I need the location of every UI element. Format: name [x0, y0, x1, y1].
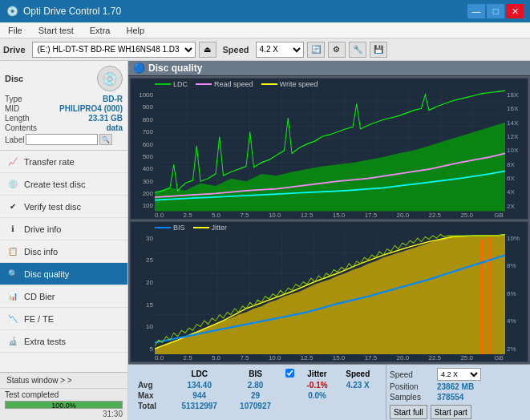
drive-select[interactable]: (E:) HL-DT-ST BD-RE WH16NS48 1.D3 — [32, 42, 196, 58]
avg-jitter: -0.1% — [298, 380, 337, 390]
menu-help[interactable]: Help — [121, 24, 149, 37]
jitter-checkbox[interactable] — [285, 369, 294, 378]
jitter-legend-label: Jitter — [212, 224, 228, 232]
disc-quality-icon: 🔍 — [6, 269, 19, 280]
sidebar-label-drive-info: Drive info — [24, 224, 61, 234]
menu-extra[interactable]: Extra — [85, 24, 115, 37]
chart2-svg — [155, 233, 505, 355]
avg-speed: 4.23 X — [337, 380, 379, 390]
menu-file[interactable]: File — [3, 24, 27, 37]
sidebar-item-cd-bier[interactable]: 📊 CD Bier — [0, 285, 127, 308]
titlebar-title: 💿 Opti Drive Control 1.70 — [6, 6, 121, 17]
readspeed-legend-color — [196, 83, 212, 85]
bis-legend-label: BIS — [173, 224, 185, 232]
status-window-link[interactable]: Status window > > — [0, 372, 127, 388]
config-button2[interactable]: 🔧 — [349, 42, 366, 58]
stats-speed-label: Speed — [390, 370, 434, 379]
sidebar-item-disc-info[interactable]: 📋 Disc info — [0, 240, 127, 263]
chart1-legend: LDC Read speed Write speed — [131, 79, 528, 90]
disc-info-rows: Type BD-R MID PHILIPRO4 (000) Length 23.… — [5, 95, 123, 145]
disc-label-btn[interactable]: 🔍 — [99, 134, 112, 145]
chart2-y-right: 10% 8% 6% 4% 2% — [505, 233, 528, 355]
transfer-rate-icon: 📈 — [6, 156, 19, 168]
speed-select[interactable]: 4.2 X — [256, 42, 304, 58]
content-area: 🔵 Disc quality LDC Read speed — [128, 61, 530, 420]
total-label: Total — [135, 401, 170, 411]
sidebar-item-fe-te[interactable]: 📉 FE / TE — [0, 308, 127, 330]
legend-jitter: Jitter — [193, 224, 228, 232]
maximize-button[interactable]: □ — [487, 4, 504, 18]
disc-label-label: Label — [5, 135, 24, 144]
writespeed-legend-label: Write speed — [280, 80, 318, 88]
disc-row-mid: MID PHILIPRO4 (000) — [5, 104, 123, 113]
chart2-plot — [155, 233, 505, 355]
sidebar-item-drive-info[interactable]: ℹ Drive info — [0, 218, 127, 240]
writespeed-legend-color — [261, 83, 277, 85]
close-button[interactable]: ✕ — [506, 4, 524, 18]
legend-bis: BIS — [155, 224, 185, 232]
sidebar-item-verify-test-disc[interactable]: ✔ Verify test disc — [0, 196, 127, 218]
disc-type-value: BD-R — [103, 95, 123, 103]
chart2: BIS Jitter 30 25 20 15 10 — [130, 221, 528, 363]
drive-label: Drive — [3, 45, 26, 55]
disc-row-contents: Contents data — [5, 123, 123, 132]
disc-row-length: Length 23.31 GB — [5, 114, 123, 123]
sidebar-item-create-test-disc[interactable]: 💿 Create test disc — [0, 173, 127, 196]
refresh-button[interactable]: 🔄 — [307, 42, 325, 58]
disc-info-icon: 📋 — [6, 246, 19, 257]
menu-starttest[interactable]: Start test — [34, 24, 79, 37]
chart1-svg — [155, 90, 505, 212]
chart1-y-left: 1000 900 800 700 600 500 400 300 200 100 — [131, 90, 155, 212]
disc-type-label: Type — [5, 95, 22, 103]
avg-ldc: 134.40 — [170, 380, 229, 390]
sidebar-label-transfer-rate: Transfer rate — [24, 157, 75, 167]
minimize-button[interactable]: — — [467, 4, 485, 18]
disc-label-input[interactable] — [26, 134, 98, 145]
status-text: Test completed — [5, 390, 123, 399]
bis-header: BIS — [229, 368, 282, 380]
sidebar-label-fe-te: FE / TE — [24, 314, 54, 324]
menubar: File Start test Extra Help — [0, 22, 530, 38]
disc-length-label: Length — [5, 114, 30, 123]
config-button1[interactable]: ⚙ — [328, 42, 346, 58]
sidebar: Disc 💿 Type BD-R MID PHILIPRO4 (000) Len… — [0, 61, 128, 420]
stats-bar: LDC BIS Jitter Speed Avg 134.40 2.80 -0. — [128, 364, 530, 420]
total-ldc: 51312997 — [170, 401, 229, 411]
ldc-header: LDC — [170, 368, 229, 380]
jitter-legend-color — [193, 227, 209, 228]
chart1-y-right: 18X 16X 14X 12X 10X 8X 6X 4X 2X — [505, 90, 528, 212]
fe-te-icon: 📉 — [6, 313, 19, 325]
chart1-x-axis: 0.0 2.5 5.0 7.5 10.0 12.5 15.0 17.5 20.0… — [131, 212, 528, 219]
main-layout: Disc 💿 Type BD-R MID PHILIPRO4 (000) Len… — [0, 61, 530, 420]
chart2-y-left: 30 25 20 15 10 5 — [131, 233, 155, 355]
chart1: LDC Read speed Write speed 1000 — [130, 78, 528, 220]
sidebar-item-transfer-rate[interactable]: 📈 Transfer rate — [0, 151, 127, 173]
disc-panel-header: Disc 💿 — [5, 66, 123, 91]
start-full-button[interactable]: Start full — [390, 405, 427, 419]
stats-row-position: Position 23862 MB — [390, 382, 527, 391]
titlebar: 💿 Opti Drive Control 1.70 — □ ✕ — [0, 0, 530, 22]
verify-test-disc-icon: ✔ — [6, 201, 19, 212]
max-bis: 29 — [229, 390, 282, 401]
stats-row-samples: Samples 378554 — [390, 393, 527, 402]
ldc-legend-label: LDC — [173, 80, 188, 88]
sidebar-nav: 📈 Transfer rate 💿 Create test disc ✔ Ver… — [0, 151, 127, 372]
stats-speed-select[interactable]: 4.2 X — [437, 368, 481, 381]
eject-button[interactable]: ⏏ — [199, 42, 216, 58]
save-button[interactable]: 💾 — [370, 42, 387, 58]
speed-header: Speed — [337, 368, 379, 380]
disc-icon: 💿 — [97, 66, 123, 91]
disc-contents-label: Contents — [5, 123, 37, 132]
create-test-disc-icon: 💿 — [6, 179, 19, 190]
progress-bar-container: 100.0% — [5, 401, 123, 409]
disc-quality-panel-icon: 🔵 — [133, 63, 145, 74]
disc-section-label: Disc — [5, 74, 23, 83]
max-ldc: 944 — [170, 390, 229, 401]
sidebar-item-disc-quality[interactable]: 🔍 Disc quality — [0, 263, 127, 285]
sidebar-item-extra-tests[interactable]: 🔬 Extra tests — [0, 330, 127, 353]
titlebar-controls: — □ ✕ — [467, 4, 524, 18]
sidebar-label-disc-info: Disc info — [24, 247, 58, 256]
chart1-plot — [155, 90, 505, 212]
start-part-button[interactable]: Start part — [431, 405, 471, 419]
drive-toolbar: Drive (E:) HL-DT-ST BD-RE WH16NS48 1.D3 … — [0, 38, 530, 61]
